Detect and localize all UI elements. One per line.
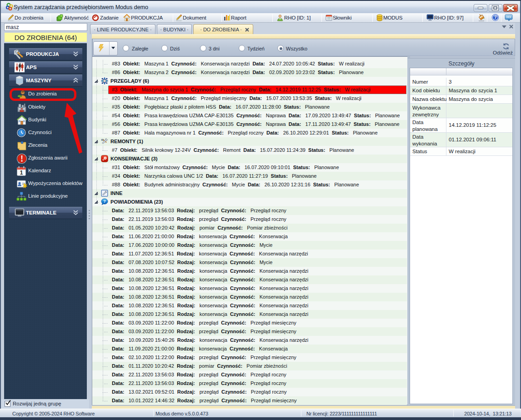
svg-text:1: 1: [20, 170, 23, 176]
svg-text:?: ?: [103, 199, 106, 204]
svg-text:?: ?: [494, 15, 496, 20]
